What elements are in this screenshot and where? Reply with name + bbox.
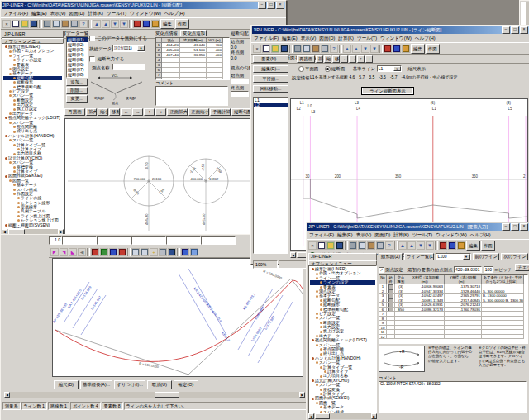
- menu-item-0[interactable]: ファイル(F): [309, 232, 334, 239]
- w2-titlebar[interactable]: JIP-LINER - C:\Win\jhs\DATA\KENSYU\LIN\J…: [252, 26, 529, 34]
- open-icon[interactable]: [21, 20, 29, 28]
- w3-action-button[interactable]: 縮尺(D): [54, 380, 79, 389]
- w2-view-button[interactable]: ↑: [357, 55, 365, 63]
- disable-checkbox-box[interactable]: [89, 36, 95, 41]
- w4-minimize-button[interactable]: −: [502, 223, 510, 231]
- print-icon[interactable]: [376, 241, 384, 250]
- w4-maximize-button[interactable]: □: [511, 223, 519, 231]
- menu-item-6[interactable]: ウィンドウ(W): [130, 11, 161, 17]
- close-doc-icon[interactable]: ×: [253, 45, 261, 53]
- paste-icon[interactable]: [367, 241, 375, 250]
- move-top-icon[interactable]: ▲: [102, 20, 110, 28]
- disable-checkbox[interactable]: このデータを無効にする: [89, 36, 147, 41]
- paste-icon[interactable]: [312, 45, 320, 53]
- pitch-field[interactable]: 100: [484, 266, 493, 273]
- menu-item-4[interactable]: 計算(K): [338, 36, 354, 42]
- print-icon[interactable]: [70, 20, 79, 28]
- layer-red-icon[interactable]: [133, 20, 141, 28]
- w2-view-button[interactable]: ←: [341, 55, 348, 63]
- w3-hscrollbar[interactable]: ◀▶: [4, 392, 305, 398]
- menu-item-4[interactable]: 計算(K): [88, 11, 103, 17]
- layer-3-icon[interactable]: [109, 248, 117, 256]
- w1-titlebar[interactable]: JIP-LINER - C:\Win\jhs\DATA\KENSYU\LIN\J…: [2, 2, 285, 9]
- w1-view-button[interactable]: 縮小: [98, 108, 108, 116]
- menu-item-2[interactable]: 表示(V): [356, 232, 372, 239]
- menu-item-6[interactable]: ウィンドウ(W): [380, 36, 412, 42]
- w2-edit-button[interactable]: 要素(N)...: [253, 55, 288, 63]
- connect-data-select[interactable]: 設計(001)▼: [112, 45, 145, 52]
- extent-icon[interactable]: [131, 248, 140, 256]
- copy-icon[interactable]: [358, 241, 366, 250]
- menu-item-3[interactable]: 図面(D): [69, 11, 84, 17]
- window-element-input[interactable]: JIP-LINER - C:\Win\jhs\DATA\KENSYU\LIN\J…: [306, 222, 529, 420]
- window-profile-grade[interactable]: JIP-LINER - C:\Win\jhs\DATA\KENSYU\LIN\J…: [0, 0, 287, 236]
- palette-icon[interactable]: [402, 45, 410, 53]
- move-up-icon[interactable]: ▲: [343, 45, 351, 53]
- w2-view-button[interactable]: 縮小: [324, 55, 331, 63]
- menu-item-1[interactable]: 編集(E): [282, 36, 298, 42]
- list-item[interactable]: 縦断(09): [67, 77, 88, 78]
- w4-tree-hscrollbar[interactable]: ◀▶: [308, 413, 377, 419]
- w1-view-button[interactable]: 再描画: [64, 108, 85, 116]
- layer-red-icon[interactable]: [439, 241, 447, 250]
- close-doc-icon[interactable]: ×: [308, 241, 317, 250]
- w2-line-list[interactable]: L1L2: [253, 97, 288, 254]
- move-down-icon[interactable]: ▼: [111, 20, 119, 28]
- menu-item-7[interactable]: ヘルプ(H): [470, 232, 491, 239]
- w1-view-button[interactable]: 予備計算: [210, 108, 231, 116]
- list-action-button[interactable]: 変更...: [66, 95, 88, 103]
- w1-minimize-button[interactable]: −: [258, 2, 266, 9]
- open-icon[interactable]: [271, 45, 279, 53]
- menu-item-7[interactable]: ヘルプ(H): [415, 36, 436, 42]
- menu-item-6[interactable]: ウィンドウ(W): [436, 232, 467, 239]
- layer-1-icon[interactable]: [91, 248, 99, 256]
- close-doc-icon[interactable]: ×: [2, 20, 11, 28]
- help-icon[interactable]: ?: [330, 45, 338, 53]
- menu-item-0[interactable]: ファイル(F): [254, 36, 279, 42]
- layer-blue-icon[interactable]: [142, 20, 150, 28]
- menu-item-3[interactable]: 図面(D): [374, 232, 390, 239]
- menu-item-3[interactable]: 図面(D): [319, 36, 335, 42]
- w1-view-button[interactable]: 移動: [109, 108, 120, 116]
- copy-icon[interactable]: [303, 45, 311, 53]
- move-down-icon[interactable]: ▼: [361, 45, 369, 53]
- grade-dist-end-field[interactable]: [231, 91, 249, 97]
- station-setting-checkbox-box[interactable]: ✓: [379, 267, 384, 273]
- chevron-down-icon[interactable]: ▼: [393, 66, 401, 71]
- element-table[interactable]: No始終交点種別X座標（追加距離(m)）Y座標（逃げ距離(m)）あて条件（ﾊﾟﾗ…: [379, 274, 528, 344]
- w3-action-button[interactable]: すりつけ(I)...: [114, 380, 145, 389]
- w3-action-button[interactable]: 基準経長(A)...: [80, 380, 112, 389]
- menu-item-7[interactable]: ヘルプ(H): [164, 11, 185, 17]
- palette-icon[interactable]: [151, 20, 160, 28]
- menu-item-5[interactable]: ツール(T): [107, 11, 126, 17]
- alignment-figure-button[interactable]: 線形図(Z): [379, 253, 403, 260]
- copy-icon[interactable]: [52, 20, 60, 28]
- toolbar-chip-0[interactable]: 編集: [411, 44, 425, 54]
- print-icon[interactable]: [159, 248, 167, 256]
- zoom-out-icon[interactable]: ◥: [60, 248, 68, 256]
- grade-dist-start-field[interactable]: [231, 79, 249, 84]
- move-top-icon[interactable]: ▲: [352, 45, 360, 53]
- fragment-scrollbar[interactable]: [526, 2, 529, 25]
- save-icon[interactable]: [30, 20, 38, 28]
- w4-comment-box[interactable]: CL 100M PITCH STA 420+ 38.0302: [379, 381, 527, 413]
- w1-view-button[interactable]: ↓: [155, 108, 166, 116]
- chevron-down-icon[interactable]: ▼: [137, 45, 145, 51]
- list-item[interactable]: L2: [254, 103, 288, 107]
- w1-maximize-button[interactable]: □: [267, 2, 275, 9]
- move-bottom-icon[interactable]: ▼: [370, 45, 379, 53]
- layer-red-icon[interactable]: [384, 45, 392, 53]
- point-name-field[interactable]: [112, 64, 145, 70]
- w2-view-button[interactable]: 再描画: [297, 55, 315, 63]
- w2-edit-button[interactable]: 回転移動...: [253, 85, 288, 93]
- menu-item-2[interactable]: 表示(V): [301, 36, 317, 42]
- w1-view-button[interactable]: 正面縮小: [188, 108, 209, 116]
- change-point-add-button[interactable]: 変化点追加: [180, 30, 207, 36]
- layer-blue-icon[interactable]: [448, 241, 456, 250]
- plan-view-radio[interactable]: 平面図: [298, 66, 318, 71]
- toggle-grid-icon[interactable]: [190, 248, 198, 256]
- move-bottom-icon[interactable]: ▼: [426, 241, 434, 250]
- w4-titlebar[interactable]: JIP-LINER - C:\Win\jhs\DATA\KENSYU\LIN\J…: [307, 223, 529, 231]
- w3-canvas[interactable]: BP 420+38.030KA.1 421+20.5L=174.989L=145…: [52, 258, 303, 377]
- move-up-icon[interactable]: ▲: [398, 241, 407, 250]
